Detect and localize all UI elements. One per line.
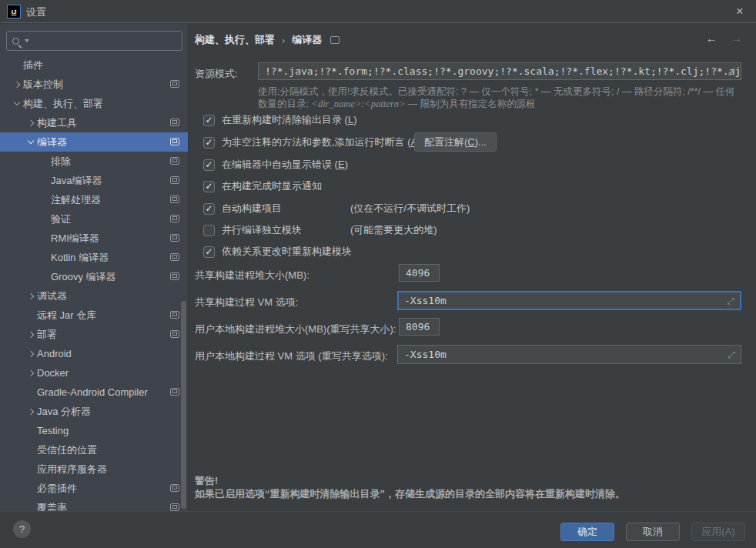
vm-options-field[interactable]: -Xss10m⤢	[397, 291, 741, 310]
resource-pattern-value: !?*.java;!?*.form;!?*.class;!?*.groovy;!…	[265, 65, 741, 77]
vm-options-field[interactable]: -Xss10m⤢	[397, 345, 741, 364]
chevron-down-icon[interactable]	[11, 102, 23, 105]
chevron-right-icon[interactable]	[25, 352, 37, 356]
sidebar-item[interactable]: 构建工具	[0, 113, 188, 132]
heap-size-field[interactable]: 4096	[399, 264, 440, 282]
sidebar-item[interactable]: 验证	[0, 209, 188, 229]
sidebar-item-label: Java编译器	[51, 174, 102, 188]
breadcrumb: 构建、执行、部署 › 编译器	[195, 33, 340, 47]
apply-button: 应用(A)	[691, 523, 745, 541]
checkbox-checked[interactable]: ✓	[203, 246, 215, 258]
monitor-icon	[170, 253, 179, 261]
sidebar-item[interactable]: RMI编译器	[0, 229, 188, 248]
chevron-right-icon[interactable]	[25, 294, 37, 299]
sidebar-item[interactable]: Kotlin 编译器	[0, 248, 188, 267]
sidebar-item-label: Testing	[37, 425, 69, 436]
back-arrow-icon[interactable]: ←	[706, 32, 718, 45]
resource-pattern-field[interactable]: !?*.java;!?*.form;!?*.class;!?*.groovy;!…	[258, 62, 741, 80]
sidebar-item-label: 编译器	[37, 135, 67, 149]
sidebar-item[interactable]: 构建、执行、部署	[0, 94, 188, 113]
sidebar-item[interactable]: Java编译器	[0, 171, 188, 190]
monitor-icon	[170, 272, 179, 280]
sidebar-item[interactable]: 插件	[0, 55, 188, 75]
checkbox-checked[interactable]: ✓	[203, 181, 215, 192]
checkbox-row: ✓在构建完成时显示通知	[203, 179, 756, 194]
checkbox-checked[interactable]: ✓	[203, 115, 215, 126]
chevron-right-icon[interactable]	[25, 371, 37, 376]
checkbox-row: ✓依赖关系更改时重新构建模块	[203, 244, 756, 259]
footer: ? 确定 取消 应用(A)	[0, 511, 756, 548]
sidebar-item-label: 覆盖率	[37, 501, 67, 512]
sidebar-item[interactable]: Gradle-Android Compiler	[0, 383, 188, 402]
sidebar-item[interactable]: Docker	[0, 363, 188, 383]
sidebar-item-label: 部署	[37, 328, 57, 342]
monitor-icon	[170, 138, 179, 145]
sidebar-item[interactable]: 部署	[0, 325, 188, 344]
monitor-icon	[170, 80, 179, 88]
sidebar-item[interactable]: 版本控制	[0, 75, 188, 94]
chevron-right-icon[interactable]	[11, 82, 23, 87]
check-icon: ✓	[205, 115, 212, 125]
sidebar-item[interactable]: 受信任的位置	[0, 440, 188, 459]
sidebar-item[interactable]: Java 分析器	[0, 402, 188, 421]
titlebar: IJ 设置 ×	[0, 0, 756, 23]
check-icon: ✓	[205, 246, 212, 257]
sidebar-item[interactable]: 注解处理器	[0, 190, 188, 209]
chevron-right-icon[interactable]	[25, 332, 37, 337]
sidebar-item-label: 应用程序服务器	[37, 463, 107, 476]
breadcrumb-item[interactable]: 构建、执行、部署	[195, 33, 275, 47]
checkbox-label: 为非空注释的方法和参数,添加运行时断言 (A)	[222, 135, 421, 149]
sidebar-item-label: 远程 Jar 仓库	[37, 309, 96, 322]
expand-icon[interactable]: ⤢	[727, 296, 734, 306]
cancel-button[interactable]: 取消	[626, 523, 680, 541]
checkbox-label: 在编辑器中自动显示错误 (E)	[222, 158, 348, 172]
chevron-right-icon[interactable]	[25, 121, 37, 125]
sidebar-item[interactable]: 覆盖率	[0, 498, 188, 511]
heap-size-field[interactable]: 8096	[399, 318, 440, 336]
breadcrumb-item[interactable]: 编译器	[292, 33, 322, 47]
expand-icon[interactable]: ⤢	[728, 66, 735, 77]
sidebar-item[interactable]: 远程 Jar 仓库	[0, 306, 188, 325]
checkbox-label: 自动构建项目	[222, 202, 282, 216]
ok-button[interactable]: 确定	[560, 523, 614, 541]
sidebar-item-label: Kotlin 编译器	[51, 251, 109, 265]
expand-icon[interactable]: ⤢	[728, 349, 735, 360]
sidebar-item[interactable]: Testing	[0, 421, 188, 440]
chevron-down-icon[interactable]	[25, 141, 37, 143]
sidebar-item-label: RMI编译器	[51, 232, 99, 246]
sidebar-item-label: Gradle-Android Compiler	[37, 386, 148, 398]
sidebar-item[interactable]: 编译器	[0, 132, 188, 152]
sidebar-item[interactable]: 必需插件	[0, 479, 188, 498]
field-value: 8096	[406, 321, 430, 332]
sidebar-item-label: Groovy 编译器	[51, 270, 116, 284]
close-icon[interactable]: ×	[731, 3, 748, 20]
sidebar-item[interactable]: Groovy 编译器	[0, 267, 188, 286]
sidebar-item-label: Java 分析器	[37, 405, 91, 419]
sidebar-item-label: 受信任的位置	[37, 443, 97, 457]
checkbox-checked[interactable]: ✓	[203, 137, 215, 149]
checkbox-unchecked[interactable]	[203, 225, 215, 236]
checkbox-label: 依赖关系更改时重新构建模块	[222, 245, 352, 259]
field-label: 用户本地构建进程堆大小(MB)(重写共享大小):	[195, 320, 396, 338]
sidebar-scrollbar[interactable]	[181, 301, 186, 509]
checkbox-label: 并行编译独立模块	[222, 223, 302, 237]
forward-arrow-icon: →	[731, 32, 742, 45]
checkbox-checked[interactable]: ✓	[203, 159, 215, 171]
chevron-right-icon[interactable]	[25, 409, 37, 414]
sidebar-item-label: 构建工具	[37, 116, 77, 130]
checkbox-row: ✓在编辑器中自动显示错误 (E)	[203, 157, 756, 172]
warning-text: 如果已启用选项“重新构建时清除输出目录”，存储生成源的目录的全部内容将在重新构建…	[195, 487, 625, 500]
sidebar-item[interactable]: Android	[0, 344, 188, 363]
sidebar-item[interactable]: 排除	[0, 152, 188, 171]
sidebar-item[interactable]: 调试器	[0, 286, 188, 306]
sidebar-item[interactable]: 应用程序服务器	[0, 459, 188, 479]
search-input[interactable]	[6, 31, 182, 51]
monitor-icon	[330, 36, 340, 44]
monitor-icon	[170, 484, 179, 492]
monitor-icon	[170, 311, 179, 319]
configure-annotations-button[interactable]: 配置注解(C)...	[414, 132, 497, 152]
monitor-icon	[170, 195, 179, 203]
checkbox-checked[interactable]: ✓	[203, 203, 215, 215]
checkbox-label: 在构建完成时显示通知	[222, 179, 322, 193]
help-button[interactable]: ?	[13, 520, 31, 538]
